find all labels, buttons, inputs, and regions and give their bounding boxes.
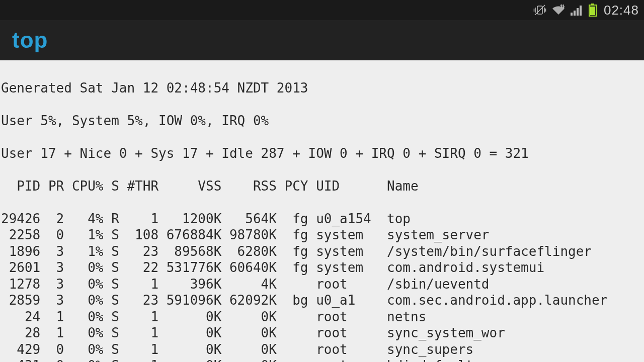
top-output: Generated Sat Jan 12 02:48:54 NZDT 2013 …	[0, 60, 644, 362]
signal-icon	[571, 5, 584, 16]
process-row: 1896 3 1% S 23 89568K 6280K fg system /s…	[1, 243, 644, 260]
svg-line-5	[535, 5, 545, 15]
process-row: 24 1 0% S 1 0K 0K root netns	[1, 309, 644, 325]
battery-icon	[589, 4, 597, 17]
generated-line: Generated Sat Jan 12 02:48:54 NZDT 2013	[1, 80, 644, 97]
svg-rect-9	[574, 11, 576, 16]
breakdown-line: User 17 + Nice 0 + Sys 17 + Idle 287 + I…	[1, 145, 644, 162]
wifi-icon	[551, 5, 566, 16]
svg-rect-10	[577, 8, 579, 16]
process-row: 1278 3 0% S 1 396K 4K root /sbin/ueventd	[1, 276, 644, 293]
status-clock: 02:48	[604, 3, 639, 18]
process-row: 2859 3 0% S 23 591096K 62092K bg u0_a1 c…	[1, 292, 644, 309]
status-bar: 02:48	[0, 0, 644, 20]
column-headers: PID PR CPU% S #THR VSS RSS PCY UID Name	[1, 178, 644, 195]
process-row: 28 1 0% S 1 0K 0K root sync_system_wor	[1, 325, 644, 341]
process-row: 429 0 0% S 1 0K 0K root sync_supers	[1, 341, 644, 358]
svg-rect-14	[590, 7, 595, 15]
process-row: 2258 0 1% S 108 676884K 98780K fg system…	[1, 227, 644, 243]
vibrate-off-icon	[533, 5, 546, 16]
svg-rect-8	[571, 13, 573, 16]
svg-rect-11	[580, 6, 582, 16]
process-row: 2601 3 0% S 22 531776K 60640K fg system …	[1, 259, 644, 276]
process-row: 29426 2 4% R 1 1200K 564K fg u0_a154 top	[1, 211, 644, 227]
app-title: top	[12, 28, 48, 53]
process-row: 431 0 0% S 1 0K 0K root bdi-default	[1, 357, 644, 362]
usage-line: User 5%, System 5%, IOW 0%, IRQ 0%	[1, 113, 644, 129]
title-bar: top	[0, 20, 644, 60]
